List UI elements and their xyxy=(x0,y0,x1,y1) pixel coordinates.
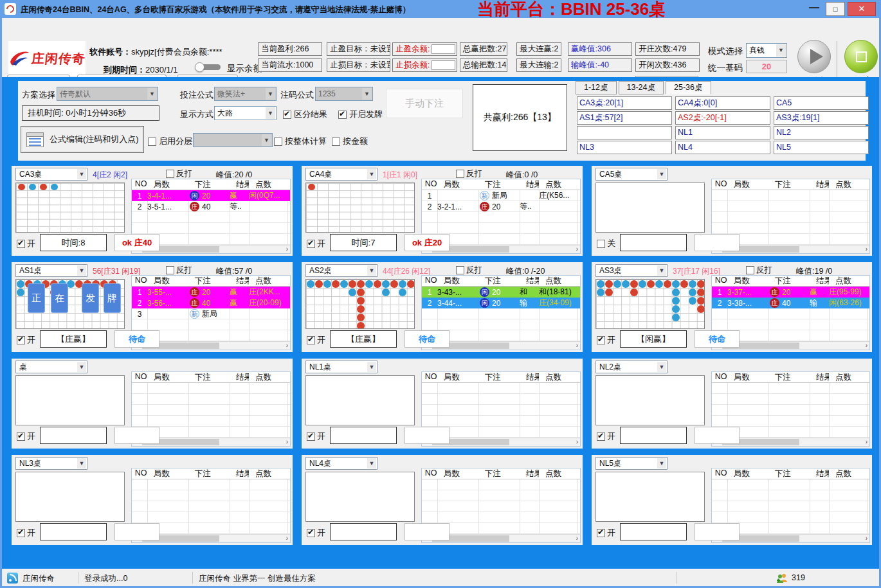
reverse-bet-checkbox[interactable]: 反打 xyxy=(166,265,192,276)
mini-table-cell[interactable]: NL2 xyxy=(774,126,869,139)
scroll-right-icon[interactable]: › xyxy=(576,438,578,446)
enable-layering-checkbox[interactable]: 启用分层 xyxy=(148,136,192,147)
stop-loss-balance-input[interactable] xyxy=(431,60,455,70)
scroll-right-icon[interactable]: › xyxy=(286,438,288,446)
scroll-right-icon[interactable]: › xyxy=(866,245,867,253)
checkbox-label: 按金额 xyxy=(343,136,368,147)
stop-button[interactable] xyxy=(844,40,878,73)
bet-history-row[interactable]: 23-38-...庄40输闲(63-26) xyxy=(712,298,869,308)
banker-dot xyxy=(40,184,46,190)
table-select[interactable]: AS3桌▼ xyxy=(595,264,668,277)
scroll-right-icon[interactable]: › xyxy=(576,245,578,253)
table-select[interactable]: NL1桌▼ xyxy=(305,361,377,373)
table-open-checkbox[interactable]: 开 xyxy=(17,334,35,346)
mini-table-cell[interactable]: CA3桌:20[1] xyxy=(577,96,672,110)
table-select[interactable]: 桌▼ xyxy=(15,361,87,373)
bet-history-row[interactable]: 13-37-...庄20赢庄(95-99) xyxy=(712,287,869,298)
show-balance-toggle[interactable] xyxy=(195,62,222,72)
checkbox-icon xyxy=(456,266,464,274)
table-open-checkbox[interactable]: 开 xyxy=(307,431,325,442)
table-select[interactable]: CA3桌▼ xyxy=(15,168,87,181)
display-mode-select[interactable]: 大路▼ xyxy=(214,106,277,120)
table-open-checkbox[interactable]: 关 xyxy=(597,238,615,249)
table-select[interactable]: CA4桌▼ xyxy=(305,168,377,181)
play-icon xyxy=(810,49,823,64)
mini-table-cell[interactable]: CA5 xyxy=(774,96,869,110)
mini-table-cell[interactable]: AS2桌:-20[-1] xyxy=(675,111,770,125)
table-select[interactable]: AS1桌▼ xyxy=(15,264,87,277)
table-select[interactable]: NL2桌▼ xyxy=(595,361,668,373)
scroll-right-icon[interactable]: › xyxy=(576,535,578,542)
chevron-down-icon: ▼ xyxy=(266,88,275,100)
scroll-right-icon[interactable]: › xyxy=(866,535,867,542)
table-open-checkbox[interactable]: 开 xyxy=(597,527,615,539)
scroll-right-icon[interactable]: › xyxy=(286,245,288,253)
reverse-bet-checkbox[interactable]: 反打 xyxy=(456,265,482,276)
bet-history-row[interactable]: 23-5-1...庄40等.. xyxy=(132,201,290,212)
reverse-bet-checkbox[interactable]: 反打 xyxy=(456,168,482,179)
table-range-tab[interactable]: 1-12桌 xyxy=(576,81,617,94)
table-open-checkbox[interactable]: 开 xyxy=(307,527,325,539)
minimize-button[interactable]: — xyxy=(805,0,823,17)
table-action-box xyxy=(114,427,159,444)
table-open-checkbox[interactable]: 开 xyxy=(17,238,35,249)
table-select[interactable]: AS2桌▼ xyxy=(305,264,377,277)
table-open-checkbox[interactable]: 开 xyxy=(17,527,35,539)
scroll-right-icon[interactable]: › xyxy=(576,342,578,350)
mini-table-cell[interactable]: CA4桌:0[0] xyxy=(675,96,770,110)
table-select[interactable]: NL3桌▼ xyxy=(15,457,87,470)
column-divider xyxy=(230,479,230,534)
table-select[interactable]: CA5桌▼ xyxy=(595,168,668,181)
bet-history-row[interactable]: 3新新局 xyxy=(132,308,290,319)
maximize-button[interactable]: □ xyxy=(826,2,845,16)
reverse-bet-checkbox[interactable]: 反打 xyxy=(746,265,772,276)
manual-bet-button[interactable]: 手动下注 xyxy=(386,89,463,118)
table-range-tab[interactable]: 13-24桌 xyxy=(619,81,664,94)
mini-table-cell[interactable]: NL4 xyxy=(675,141,770,154)
table-open-checkbox[interactable]: 开 xyxy=(597,334,615,346)
scroll-right-icon[interactable]: › xyxy=(286,535,288,542)
mode-select[interactable]: 真钱▼ xyxy=(746,43,787,58)
start-button[interactable] xyxy=(797,40,831,73)
reverse-bet-label: 反打 xyxy=(466,168,482,179)
table-select[interactable]: NL5桌▼ xyxy=(595,457,668,470)
enable-dealing-checkbox[interactable]: 开启发牌 xyxy=(338,109,383,120)
close-button[interactable]: ✕ xyxy=(848,2,876,16)
mini-table-cell[interactable]: AS1桌:57[2] xyxy=(577,111,672,125)
calc-whole-checkbox[interactable]: 按整体计算 xyxy=(274,136,327,147)
mini-table-cell[interactable]: NL1 xyxy=(675,126,770,139)
formula-edit-button[interactable]: 公式编辑(注码和切入点) xyxy=(21,126,144,153)
distinguish-results-checkbox[interactable]: 区分结果 xyxy=(283,109,327,120)
table-open-checkbox[interactable]: 开 xyxy=(307,334,325,346)
scroll-right-icon[interactable]: › xyxy=(866,438,867,446)
table-range-tab[interactable]: 25-36桌 xyxy=(666,81,711,94)
mini-table-cell[interactable]: AS3桌:19[1] xyxy=(774,111,869,125)
table-open-checkbox[interactable]: 开 xyxy=(17,431,35,442)
code-formula-select[interactable]: 1235▼ xyxy=(315,87,373,101)
banker-bet-icon: 庄 xyxy=(770,298,779,308)
base-code-input[interactable]: 20 xyxy=(746,60,787,73)
table-open-checkbox[interactable]: 开 xyxy=(597,431,615,442)
by-amount-checkbox[interactable]: 按金额 xyxy=(332,136,368,147)
column-header: 点数 xyxy=(539,276,577,286)
checkbox-label: 开启发牌 xyxy=(349,109,383,120)
reverse-bet-checkbox[interactable]: 反打 xyxy=(166,168,192,179)
bet-history-row[interactable]: 23-44-...闲20输庄(34-09) xyxy=(422,298,580,308)
table-select[interactable]: NL4桌▼ xyxy=(305,457,377,470)
bet-history-row[interactable]: 13-43-...闲20和和(18-81) xyxy=(422,287,580,298)
bet-history-row[interactable]: 1新新局庄(K56... xyxy=(422,190,580,201)
scroll-right-icon[interactable]: › xyxy=(286,342,288,350)
bet-history-row[interactable]: 23-2-1...庄20等.. xyxy=(422,201,580,212)
mini-table-cell[interactable]: NL5 xyxy=(774,141,869,154)
bet-formula-select[interactable]: 微笑法+▼ xyxy=(214,87,277,101)
bet-history-row[interactable]: 13-4-1...闲20赢闲(0Q7... xyxy=(132,190,290,201)
bet-history-row[interactable]: 23-56-...庄40赢庄(20-09) xyxy=(132,298,290,308)
table-open-checkbox[interactable]: 开 xyxy=(307,238,325,249)
plan-select[interactable]: 传奇默认▼ xyxy=(57,87,158,101)
stop-win-balance-input[interactable] xyxy=(431,44,455,54)
mini-table-cell[interactable]: NL3 xyxy=(577,141,672,154)
scroll-right-icon[interactable]: › xyxy=(866,342,867,350)
layering-select[interactable]: ▼ xyxy=(193,133,273,147)
mini-table-cell[interactable] xyxy=(577,126,672,139)
bet-history-row[interactable]: 13-55-...庄20赢庄(2KK... xyxy=(132,287,290,298)
